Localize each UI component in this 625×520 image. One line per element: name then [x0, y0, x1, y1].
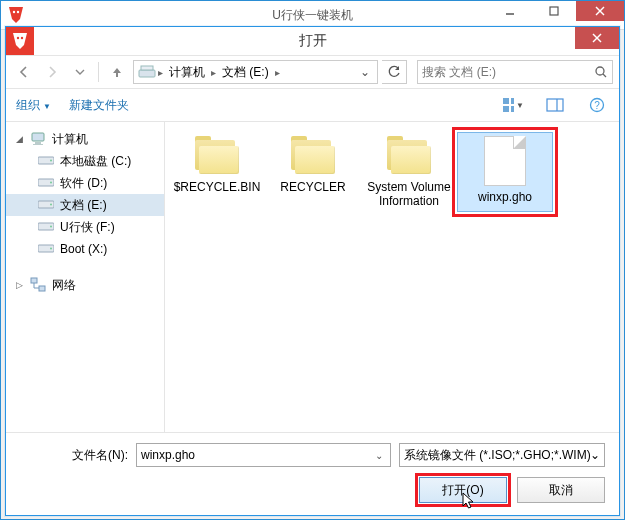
refresh-button[interactable]	[382, 60, 407, 84]
svg-point-30	[50, 204, 52, 206]
search-placeholder: 搜索 文档 (E:)	[422, 64, 594, 81]
svg-rect-23	[35, 142, 41, 144]
folder-icon	[385, 136, 433, 176]
sidebar-label: 本地磁盘 (C:)	[60, 153, 131, 170]
svg-point-26	[50, 160, 52, 162]
breadcrumb-current[interactable]: 文档 (E:)	[218, 64, 273, 81]
open-button[interactable]: 打开(O)	[419, 477, 507, 503]
sidebar-item-drive-e[interactable]: 文档 (E:)	[6, 194, 164, 216]
sidebar-label: 软件 (D:)	[60, 175, 107, 192]
parent-close-button[interactable]	[576, 1, 624, 21]
svg-rect-15	[511, 98, 514, 104]
sidebar-label: 文档 (E:)	[60, 197, 107, 214]
chevron-right-icon: ▷	[14, 280, 24, 290]
computer-icon	[30, 132, 46, 146]
sidebar-item-drive-c[interactable]: 本地磁盘 (C:)	[6, 150, 164, 172]
dialog-title: 打开	[6, 32, 619, 50]
folder-item[interactable]: $RECYCLE.BIN	[169, 132, 265, 212]
svg-rect-10	[139, 70, 155, 77]
svg-rect-3	[550, 7, 558, 15]
parent-minimize-button[interactable]	[488, 1, 532, 21]
drive-icon	[38, 155, 54, 167]
nav-up-button[interactable]	[105, 60, 129, 84]
chevron-right-icon: ▸	[275, 67, 280, 78]
sidebar-label: U行侠 (F:)	[60, 219, 115, 236]
drive-icon	[38, 243, 54, 255]
folder-icon	[289, 136, 337, 176]
sidebar-item-drive-x[interactable]: Boot (X:)	[6, 238, 164, 260]
sidebar-label: 计算机	[52, 131, 88, 148]
svg-rect-11	[141, 66, 153, 70]
nav-back-button[interactable]	[12, 60, 36, 84]
svg-point-34	[50, 248, 52, 250]
drive-icon	[138, 65, 156, 79]
breadcrumb-computer[interactable]: 计算机	[165, 64, 209, 81]
organize-menu[interactable]: 组织▼	[16, 97, 51, 114]
new-folder-button[interactable]: 新建文件夹	[69, 97, 129, 114]
svg-rect-24	[33, 144, 43, 145]
parent-maximize-button[interactable]	[532, 1, 576, 21]
dialog-titlebar: 打开	[6, 27, 619, 55]
sidebar-item-drive-f[interactable]: U行侠 (F:)	[6, 216, 164, 238]
file-icon	[484, 136, 526, 186]
sidebar-item-drive-d[interactable]: 软件 (D:)	[6, 172, 164, 194]
preview-pane-button[interactable]	[543, 93, 567, 117]
svg-text:?: ?	[594, 100, 600, 111]
drive-icon	[38, 221, 54, 233]
address-bar: ▸ 计算机 ▸ 文档 (E:) ▸ ⌄ 搜索 文档 (E:)	[6, 55, 619, 89]
file-label: winxp.gho	[478, 190, 532, 204]
folder-item[interactable]: System Volume Information	[361, 132, 457, 212]
file-label: RECYCLER	[280, 180, 345, 194]
svg-point-32	[50, 226, 52, 228]
drive-icon	[38, 199, 54, 211]
filename-label: 文件名(N):	[20, 447, 128, 464]
navigation-sidebar: ◢ 计算机 本地磁盘 (C:) 软件 (D:) 文档 (E:)	[6, 122, 165, 432]
svg-point-12	[596, 67, 604, 75]
sidebar-label: 网络	[52, 277, 76, 294]
help-button[interactable]: ?	[585, 93, 609, 117]
toolbar: 组织▼ 新建文件夹 ▼ ?	[6, 89, 619, 122]
filename-value: winxp.gho	[141, 448, 372, 462]
breadcrumb[interactable]: ▸ 计算机 ▸ 文档 (E:) ▸ ⌄	[133, 60, 378, 84]
svg-line-13	[603, 74, 606, 77]
file-label: System Volume Information	[365, 180, 453, 208]
chevron-right-icon: ▸	[211, 67, 216, 78]
svg-rect-18	[547, 99, 563, 111]
svg-point-28	[50, 182, 52, 184]
dialog-close-button[interactable]	[575, 27, 619, 49]
chevron-down-icon[interactable]: ⌄	[590, 448, 600, 462]
folder-item[interactable]: RECYCLER	[265, 132, 361, 212]
drive-icon	[38, 177, 54, 189]
sidebar-item-computer[interactable]: ◢ 计算机	[6, 128, 164, 150]
chevron-down-icon[interactable]: ⌄	[372, 450, 386, 461]
chevron-down-icon: ◢	[14, 134, 24, 144]
filetype-select[interactable]: 系统镜像文件 (*.ISO;*.GHO;*.WIM) ⌄	[399, 443, 605, 467]
svg-rect-14	[503, 98, 509, 104]
open-file-dialog: 打开 ▸ 计算机 ▸ 文档 (E:) ▸ ⌄ 搜索 文档 (E:)	[5, 26, 620, 516]
chevron-right-icon: ▸	[158, 67, 163, 78]
search-input[interactable]: 搜索 文档 (E:)	[417, 60, 613, 84]
filename-input[interactable]: winxp.gho ⌄	[136, 443, 391, 467]
sidebar-item-network[interactable]: ▷ 网络	[6, 274, 164, 296]
svg-rect-16	[503, 106, 509, 112]
svg-rect-17	[511, 106, 514, 112]
svg-rect-22	[32, 133, 44, 141]
cancel-button[interactable]: 取消	[517, 477, 605, 503]
search-icon	[594, 65, 608, 79]
view-options-button[interactable]: ▼	[501, 93, 525, 117]
network-icon	[30, 277, 46, 293]
svg-rect-35	[31, 278, 37, 283]
filetype-value: 系统镜像文件 (*.ISO;*.GHO;*.WIM)	[404, 447, 590, 464]
nav-forward-button[interactable]	[40, 60, 64, 84]
svg-rect-36	[39, 286, 45, 291]
dialog-footer: 文件名(N): winxp.gho ⌄ 系统镜像文件 (*.ISO;*.GHO;…	[6, 432, 619, 515]
sidebar-label: Boot (X:)	[60, 242, 107, 256]
file-item-selected[interactable]: winxp.gho	[457, 132, 553, 212]
breadcrumb-dropdown[interactable]: ⌄	[357, 65, 373, 79]
file-label: $RECYCLE.BIN	[174, 180, 261, 194]
file-list-pane[interactable]: $RECYCLE.BIN RECYCLER System Volume Info…	[165, 122, 619, 432]
folder-icon	[193, 136, 241, 176]
nav-recent-button[interactable]	[68, 60, 92, 84]
